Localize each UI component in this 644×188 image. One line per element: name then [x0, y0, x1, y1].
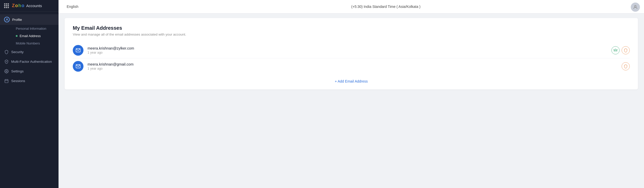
calendar-icon: [4, 79, 9, 83]
badge-icons-2: [622, 62, 630, 70]
email-info-1: meera.krishnan@zylker.com 1 year ago: [88, 46, 607, 54]
email-address-2: meera.krishnan@gmail.com: [88, 62, 618, 66]
email-avatar-2: [73, 61, 83, 72]
crown-badge-1: [611, 46, 620, 54]
email-time-1: 1 year ago: [88, 51, 607, 54]
top-bar: [631, 3, 640, 12]
language-value: English: [67, 5, 351, 9]
sidebar-item-sessions[interactable]: Sessions: [0, 76, 59, 86]
badge-icons-1: [611, 46, 630, 54]
sidebar-item-email-address[interactable]: Email Address: [12, 32, 59, 40]
main-content: English (+5:30) India Standard Time ( As…: [59, 0, 644, 188]
email-time-2: 1 year ago: [88, 67, 618, 70]
shield-badge-2: [622, 62, 630, 70]
sidebar-item-personal-info[interactable]: Personal Information: [12, 25, 59, 32]
add-email-button[interactable]: + Add Email Address: [73, 79, 630, 83]
profile-sub-nav: Personal Information Email Address Mobil…: [0, 25, 59, 47]
card-subtitle: View and manage all of the email address…: [73, 33, 630, 36]
sidebar-item-mfa[interactable]: Multi-Factor Authentication: [0, 57, 59, 66]
mfa-shield-icon: [4, 59, 9, 64]
sidebar-item-security[interactable]: Security: [0, 47, 59, 57]
sidebar-header: Zoho Accounts: [0, 0, 59, 12]
avatar[interactable]: [631, 3, 640, 12]
security-label: Security: [11, 50, 24, 54]
email-address-1: meera.krishnan@zylker.com: [88, 46, 607, 50]
svg-point-9: [615, 49, 616, 49]
shield-badge-1: [622, 46, 630, 54]
email-addresses-card: My Email Addresses View and manage all o…: [65, 18, 638, 89]
language-timezone-row: English (+5:30) India Standard Time ( As…: [67, 0, 636, 13]
app-title: Accounts: [26, 4, 42, 8]
grid-icon[interactable]: [4, 3, 9, 8]
shield-icon: [4, 50, 9, 54]
svg-point-8: [614, 50, 614, 50]
settings-label: Settings: [11, 69, 24, 73]
personal-info-label: Personal Information: [16, 27, 46, 30]
card-title: My Email Addresses: [73, 25, 630, 31]
gear-icon: [4, 69, 9, 73]
email-info-2: meera.krishnan@gmail.com 1 year ago: [88, 62, 618, 70]
profile-label: Profile: [12, 18, 22, 22]
email-address-label: Email Address: [20, 34, 41, 38]
svg-point-6: [635, 5, 636, 7]
active-dot: [16, 35, 18, 37]
profile-icon: [4, 17, 10, 22]
svg-point-0: [6, 19, 7, 20]
sidebar-nav: Profile Personal Information Email Addre…: [0, 12, 59, 188]
sidebar-item-settings[interactable]: Settings: [0, 66, 59, 76]
zoho-logo: Zoho: [12, 3, 24, 8]
email-item-2: meera.krishnan@gmail.com 1 year ago: [73, 58, 630, 74]
sessions-label: Sessions: [11, 79, 25, 83]
svg-rect-2: [5, 79, 8, 83]
timezone-value: (+5:30) India Standard Time ( Asia/Kolka…: [351, 5, 636, 9]
mobile-numbers-label: Mobile Numbers: [16, 41, 40, 45]
mfa-label: Multi-Factor Authentication: [11, 60, 52, 64]
email-avatar-1: [73, 45, 83, 56]
sidebar-item-profile[interactable]: Profile: [0, 14, 59, 25]
sidebar-item-mobile-numbers[interactable]: Mobile Numbers: [12, 40, 59, 47]
svg-point-1: [6, 71, 7, 72]
svg-point-10: [617, 50, 617, 50]
email-item-1: meera.krishnan@zylker.com 1 year ago: [73, 42, 630, 58]
sidebar: Zoho Accounts Profile Personal Informati…: [0, 0, 59, 188]
top-strip: English (+5:30) India Standard Time ( As…: [59, 0, 644, 13]
